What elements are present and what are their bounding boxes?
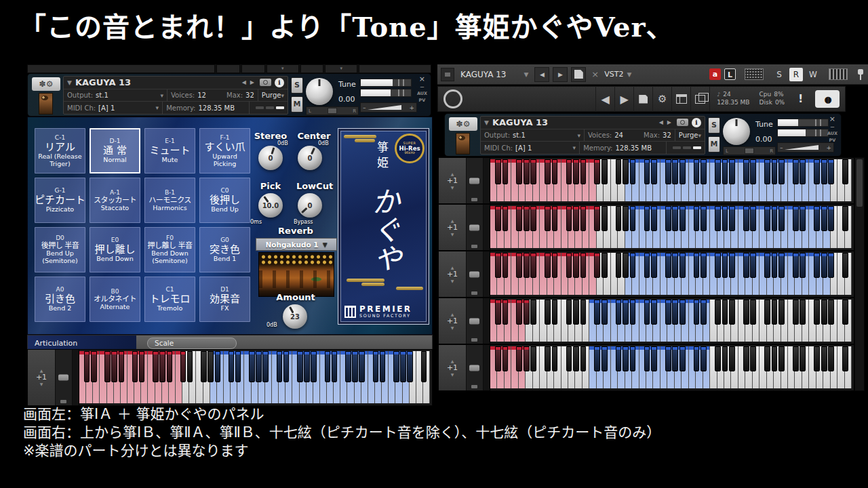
black-key[interactable]	[722, 346, 728, 371]
black-key[interactable]	[764, 159, 770, 184]
black-key[interactable]	[623, 253, 629, 278]
mute-button[interactable]: M	[708, 136, 720, 152]
black-key[interactable]	[580, 253, 587, 278]
automation-button[interactable]: a	[709, 68, 721, 80]
black-key[interactable]	[828, 300, 834, 325]
pv-button[interactable]: PV	[829, 138, 836, 143]
pan-thumb[interactable]	[328, 108, 337, 114]
rack-prev-button[interactable]: ◀	[595, 86, 614, 112]
camera-icon[interactable]	[260, 79, 271, 86]
black-key[interactable]	[679, 300, 686, 325]
output-dropdown-icon[interactable]: ▾	[160, 92, 163, 99]
midi-dropdown-icon[interactable]: ▾	[573, 144, 576, 151]
black-key[interactable]	[729, 253, 735, 278]
center-knob[interactable]: 0	[298, 146, 322, 170]
info-icon[interactable]: i	[275, 78, 284, 87]
black-key[interactable]	[421, 351, 427, 382]
articulation-button[interactable]: A0引き色Bend 2	[35, 277, 85, 322]
black-key[interactable]	[722, 206, 728, 231]
articulation-button[interactable]: C0後押しBend Up	[199, 178, 250, 223]
pan-thumb[interactable]	[745, 148, 754, 154]
transpose-down-icon[interactable]: ▼	[451, 186, 454, 190]
collapse-keyboard-button[interactable]	[469, 271, 479, 277]
articulation-button[interactable]: C-1リアルReal (Release Triger)	[35, 128, 85, 174]
black-key[interactable]	[516, 346, 522, 371]
black-key[interactable]	[665, 346, 671, 371]
articulation-button[interactable]: B-1ハーモニクスHarmonics	[144, 178, 195, 223]
black-key[interactable]	[821, 159, 827, 184]
black-key[interactable]	[793, 159, 799, 184]
purge-dropdown-icon[interactable]: ▾	[698, 132, 701, 139]
instrument-options-button[interactable]: ✽⚙	[449, 117, 477, 131]
black-key[interactable]	[332, 351, 337, 382]
black-key[interactable]	[679, 346, 686, 371]
midi-value[interactable]: [A] 1	[98, 104, 115, 112]
close-icon[interactable]: ×	[829, 116, 835, 123]
black-key[interactable]	[842, 159, 848, 184]
black-key[interactable]	[502, 346, 509, 371]
pan-slider[interactable]: L R	[723, 146, 776, 155]
black-key[interactable]	[772, 346, 778, 371]
black-key[interactable]	[800, 300, 806, 325]
black-key[interactable]	[665, 206, 671, 231]
black-key[interactable]	[594, 159, 600, 184]
black-key[interactable]	[623, 300, 629, 325]
black-key[interactable]	[800, 159, 806, 184]
purge-dropdown-icon[interactable]: ▾	[281, 92, 284, 99]
camera-icon[interactable]	[677, 119, 688, 126]
rack-settings-button[interactable]: ⚙	[652, 86, 671, 112]
transpose-up-icon[interactable]: ▲	[451, 359, 454, 363]
black-key[interactable]	[722, 300, 728, 325]
instrument-options-button[interactable]: ✽⚙	[32, 77, 60, 91]
black-key[interactable]	[524, 253, 530, 278]
black-key[interactable]	[651, 300, 657, 325]
black-key[interactable]	[573, 253, 579, 278]
black-key[interactable]	[580, 206, 587, 231]
articulation-button[interactable]: C1トレモロTremolo	[144, 277, 195, 322]
black-key[interactable]	[715, 253, 721, 278]
black-key[interactable]	[139, 351, 144, 382]
volume-slider[interactable]: – +	[360, 102, 417, 113]
black-key[interactable]	[601, 346, 608, 371]
black-key[interactable]	[516, 253, 522, 278]
black-key[interactable]	[665, 159, 671, 184]
black-key[interactable]	[701, 300, 707, 325]
black-key[interactable]	[530, 346, 536, 371]
black-key[interactable]	[821, 253, 827, 278]
articulation-button[interactable]: D-1通 常Normal	[90, 128, 140, 174]
remove-icon[interactable]: ×	[589, 69, 601, 79]
black-key[interactable]	[277, 351, 282, 382]
transpose-down-icon[interactable]: ▼	[451, 279, 454, 283]
black-key[interactable]	[516, 300, 522, 325]
black-key[interactable]	[800, 253, 806, 278]
volume-minus[interactable]: –	[363, 104, 366, 111]
shrink-keyboard-button[interactable]	[471, 245, 477, 248]
black-key[interactable]	[814, 206, 820, 231]
black-key[interactable]	[502, 159, 509, 184]
black-key[interactable]	[623, 206, 629, 231]
collapse-keyboard-button[interactable]	[469, 178, 479, 184]
black-key[interactable]	[842, 346, 848, 371]
purge-button[interactable]: Purge	[679, 131, 698, 139]
minimize-icon[interactable]: ‒	[830, 124, 834, 129]
pick-knob[interactable]: 10.0	[258, 193, 283, 218]
black-key[interactable]	[743, 346, 749, 371]
black-key[interactable]	[793, 206, 799, 231]
transpose-down-icon[interactable]: ▼	[40, 382, 43, 386]
articulation-button[interactable]: E-1ミュートMute	[144, 128, 195, 174]
shrink-keyboard-button[interactable]	[471, 291, 477, 295]
black-key[interactable]	[297, 351, 302, 382]
articulation-button[interactable]: F0押し離し 半音Bend Down (Semitone)	[144, 227, 195, 272]
volume-plus[interactable]: +	[409, 104, 414, 111]
black-key[interactable]	[722, 253, 728, 278]
black-key[interactable]	[111, 351, 117, 382]
black-key[interactable]	[630, 253, 636, 278]
black-key[interactable]	[764, 253, 770, 278]
black-key[interactable]	[842, 206, 848, 231]
pan-slider[interactable]: L R	[306, 106, 359, 115]
volume-slider[interactable]: – +	[777, 142, 834, 152]
transpose-down-icon[interactable]: ▼	[451, 326, 454, 330]
black-key[interactable]	[743, 253, 749, 278]
volume-minus[interactable]: –	[780, 144, 783, 151]
black-key[interactable]	[262, 351, 268, 382]
